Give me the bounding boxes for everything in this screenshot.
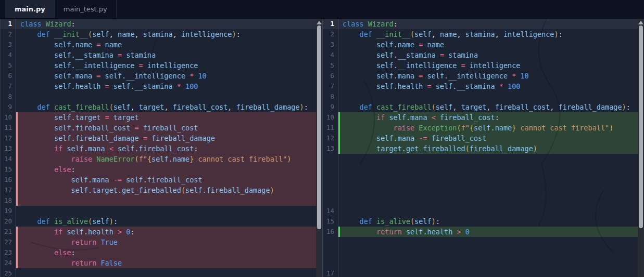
line-number[interactable]: 10: [323, 112, 338, 123]
line-number[interactable]: 8: [1, 91, 16, 102]
code-text: self.__stamina = stamina: [338, 50, 638, 60]
code-line[interactable]: 4 self.__stamina = stamina: [323, 50, 638, 60]
line-number[interactable]: 4: [1, 50, 16, 60]
code-line[interactable]: 10 if self.mana < fireball_cost:: [323, 112, 638, 123]
code-line[interactable]: 1class Wizard:: [1, 19, 316, 29]
code-line[interactable]: 7 self.health = self.__stamina * 100: [323, 81, 638, 91]
code-line[interactable]: 6 self.mana = self.__intelligence * 10: [323, 71, 638, 81]
code-line[interactable]: 9 def cast_fireball(self, target, fireba…: [323, 102, 638, 112]
line-number[interactable]: 10: [1, 112, 16, 123]
line-number[interactable]: 2: [1, 29, 16, 39]
code-text: [338, 206, 638, 216]
line-number[interactable]: 13: [323, 143, 338, 154]
code-text: class Wizard:: [338, 19, 638, 29]
line-number[interactable]: 25: [1, 268, 16, 277]
code-line[interactable]: 13 if self.mana < self.fireball_cost:: [1, 143, 316, 154]
code-line[interactable]: 17: [323, 268, 638, 277]
code-line[interactable]: 11 self.fireball_cost = fireball_cost: [1, 123, 316, 133]
code-line[interactable]: 18: [1, 195, 316, 206]
line-number[interactable]: 9: [1, 102, 16, 112]
code-line[interactable]: 6 self.mana = self.__intelligence * 10: [1, 71, 316, 81]
code-line[interactable]: 14: [323, 206, 638, 216]
line-number[interactable]: 24: [1, 258, 16, 268]
code-line[interactable]: 11 raise Exception(f"{self.name} cannot …: [323, 123, 638, 133]
code-line[interactable]: 5 self.__intelligence = intelligence: [1, 60, 316, 71]
line-number[interactable]: 6: [1, 71, 16, 81]
line-number[interactable]: 16: [323, 227, 338, 237]
code-line[interactable]: 4 self.__stamina = stamina: [1, 50, 316, 60]
line-number[interactable]: 1: [1, 19, 16, 29]
code-line[interactable]: 15 else:: [1, 164, 316, 175]
code-text: self.__intelligence = intelligence: [16, 60, 316, 71]
code-line[interactable]: 8: [323, 91, 638, 102]
line-number[interactable]: 20: [1, 216, 16, 227]
line-number[interactable]: 9: [323, 102, 338, 112]
code-text: else:: [16, 247, 316, 258]
left-scrollbar[interactable]: [316, 19, 322, 277]
code-line[interactable]: 22 return True: [1, 237, 316, 247]
line-number[interactable]: 5: [323, 60, 338, 71]
code-text: raise Exception(f"{self.name} cannot cas…: [338, 123, 638, 133]
code-line[interactable]: 16 return self.health > 0: [323, 227, 638, 237]
code-line[interactable]: 25: [1, 268, 316, 277]
line-number[interactable]: 21: [1, 227, 16, 237]
line-number[interactable]: 14: [1, 154, 16, 164]
code-line[interactable]: 10 self.target = target: [1, 112, 316, 123]
line-number[interactable]: 3: [323, 39, 338, 50]
code-line[interactable]: 3 self.name = name: [1, 39, 316, 50]
code-line[interactable]: 12 self.mana -= fireball_cost: [323, 133, 638, 143]
line-number[interactable]: 3: [1, 39, 16, 50]
line-number[interactable]: 12: [1, 133, 16, 143]
line-number[interactable]: 16: [1, 175, 16, 185]
code-line[interactable]: 12 self.fireball_damage = fireball_damag…: [1, 133, 316, 143]
code-line[interactable]: 20 def is_alive(self):: [1, 216, 316, 227]
code-line[interactable]: 19: [1, 206, 316, 216]
line-number[interactable]: 11: [1, 123, 16, 133]
line-number[interactable]: 11: [323, 123, 338, 133]
code-line[interactable]: 23 else:: [1, 247, 316, 258]
line-number[interactable]: 23: [1, 247, 16, 258]
line-number[interactable]: 6: [323, 71, 338, 81]
line-number[interactable]: 12: [323, 133, 338, 143]
left-scrollbar-thumb[interactable]: [317, 25, 321, 229]
code-line[interactable]: 2 def __init__(self, name, stamina, inte…: [323, 29, 638, 39]
line-number[interactable]: 2: [323, 29, 338, 39]
code-line[interactable]: 2 def __init__(self, name, stamina, inte…: [1, 29, 316, 39]
line-number[interactable]: 4: [323, 50, 338, 60]
scroll-up-arrow-icon[interactable]: [317, 21, 322, 24]
code-text: else:: [16, 164, 316, 175]
line-number[interactable]: 14: [323, 206, 338, 216]
code-line[interactable]: 8: [1, 91, 316, 102]
line-number[interactable]: 7: [323, 81, 338, 91]
line-number[interactable]: 17: [323, 268, 338, 277]
code-line[interactable]: 17 self.target.get_fireballed(self.fireb…: [1, 185, 316, 195]
code-line[interactable]: 5 self.__intelligence = intelligence: [323, 60, 638, 71]
scroll-up-arrow-icon[interactable]: [638, 21, 643, 24]
code-line[interactable]: 14 raise NameError(f"{self.name} cannot …: [1, 154, 316, 164]
code-line[interactable]: 3 self.name = name: [323, 39, 638, 50]
tab-main-py[interactable]: main.py: [5, 0, 55, 18]
code-line[interactable]: 7 self.health = self.__stamina * 100: [1, 81, 316, 91]
line-number[interactable]: 5: [1, 60, 16, 71]
line-number[interactable]: 18: [1, 195, 16, 206]
code-line[interactable]: 16 self.mana -= self.fireball_cost: [1, 175, 316, 185]
line-number[interactable]: 13: [1, 143, 16, 154]
line-number[interactable]: 7: [1, 81, 16, 91]
right-scrollbar[interactable]: [638, 19, 644, 277]
line-number[interactable]: 19: [1, 206, 16, 216]
line-number[interactable]: 15: [1, 164, 16, 175]
line-number[interactable]: 22: [1, 237, 16, 247]
line-number[interactable]: 17: [1, 185, 16, 195]
code-line[interactable]: 15 def is_alive(self):: [323, 216, 638, 227]
code-line[interactable]: 24 return False: [1, 258, 316, 268]
right-scrollbar-thumb[interactable]: [639, 25, 643, 228]
code-line[interactable]: 21 if self.health > 0:: [1, 227, 316, 237]
code-text: if self.mana < self.fireball_cost:: [16, 143, 316, 154]
code-line[interactable]: 13 target.get_fireballed(fireball_damage…: [323, 143, 638, 154]
tab-main-test-py[interactable]: main_test.py: [55, 0, 117, 18]
line-number[interactable]: 8: [323, 91, 338, 102]
code-line[interactable]: 1class Wizard:: [323, 19, 638, 29]
line-number[interactable]: 1: [323, 19, 338, 29]
line-number[interactable]: 15: [323, 216, 338, 227]
code-line[interactable]: 9 def cast_fireball(self, target, fireba…: [1, 102, 316, 112]
